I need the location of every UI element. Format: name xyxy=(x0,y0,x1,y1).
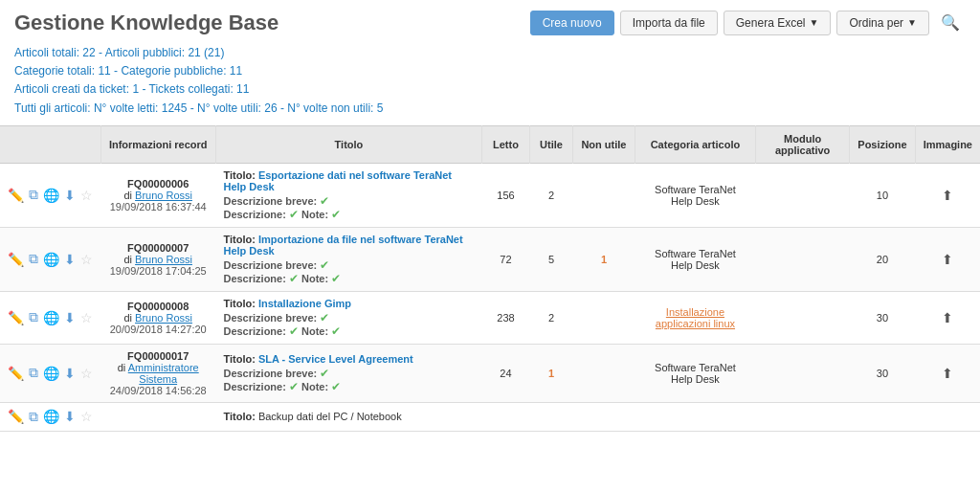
copy-icon[interactable]: ⧉ xyxy=(29,365,38,381)
immagine-cell: ⬆ xyxy=(915,163,980,227)
copy-icon[interactable]: ⧉ xyxy=(29,309,38,325)
record-info-cell: FQ00000006 di Bruno Rossi 19/09/2018 16:… xyxy=(100,163,215,227)
globe-icon[interactable]: 🌐 xyxy=(43,188,59,203)
immagine-cell: ⬆ xyxy=(915,344,980,402)
letto-cell: 72 xyxy=(481,227,529,291)
non-utile-cell xyxy=(572,344,635,402)
categoria-cell[interactable]: Installazione applicazioni linux xyxy=(635,291,755,344)
table-row: ✏️ ⧉ 🌐 ⬇ ☆ FQ00000008 di Bruno Rossi 20/… xyxy=(0,291,980,344)
ordina-per-button[interactable]: Ordina per ▼ xyxy=(836,11,929,35)
table-row: ✏️ ⧉ 🌐 ⬇ ☆ FQ00000017 di Amministratore … xyxy=(0,344,980,402)
upload-icon[interactable]: ⬆ xyxy=(942,310,953,325)
record-info-cell: FQ00000008 di Bruno Rossi 20/09/2018 14:… xyxy=(100,291,215,344)
title-main: Titolo: SLA - Service Level Agreement xyxy=(223,353,474,365)
author-link[interactable]: Amministratore Sistema xyxy=(128,362,199,385)
star-icon[interactable]: ☆ xyxy=(80,366,93,381)
globe-icon[interactable]: 🌐 xyxy=(43,252,59,267)
title-cell: Titolo: Installazione Gimp Descrizione b… xyxy=(215,291,481,344)
edit-icon[interactable]: ✏️ xyxy=(8,252,24,267)
posizione-cell: 20 xyxy=(850,227,915,291)
edit-icon[interactable]: ✏️ xyxy=(8,310,24,325)
chevron-down-icon: ▼ xyxy=(809,17,818,28)
title-label: Titolo: xyxy=(223,234,257,245)
copy-icon[interactable]: ⧉ xyxy=(29,409,38,425)
download-icon[interactable]: ⬇ xyxy=(64,366,76,381)
upload-icon[interactable]: ⬆ xyxy=(942,252,953,267)
categoria-link[interactable]: Installazione applicazioni linux xyxy=(656,306,735,329)
check-icon: ✔ xyxy=(320,311,329,324)
author-link[interactable]: Bruno Rossi xyxy=(135,254,192,265)
posizione-cell: 30 xyxy=(850,344,915,402)
col-categoria: Categoria articolo xyxy=(635,125,755,163)
table-row: ✏️ ⧉ 🌐 ⬇ ☆ FQ00000006 di Bruno Rossi 19/… xyxy=(0,163,980,227)
categoria-cell: Software TeraNet Help Desk xyxy=(635,227,755,291)
col-non-utile: Non utile xyxy=(572,125,635,163)
check-icon: ✔ xyxy=(331,272,341,285)
copy-icon[interactable]: ⧉ xyxy=(29,187,38,203)
check-icon: ✔ xyxy=(289,380,299,393)
stats-area: Articoli totali: 22 - Articoli pubblici:… xyxy=(0,40,980,125)
globe-icon[interactable]: 🌐 xyxy=(43,366,59,381)
col-info: Informazioni record xyxy=(100,125,215,163)
crea-nuovo-button[interactable]: Crea nuovo xyxy=(530,11,614,35)
record-author-line: di Amministratore Sistema xyxy=(108,362,208,385)
edit-icon[interactable]: ✏️ xyxy=(8,188,24,203)
non-utile-value: 1 xyxy=(601,254,607,265)
categoria-cell: Software TeraNet Help Desk xyxy=(635,163,755,227)
star-icon[interactable]: ☆ xyxy=(80,310,93,325)
edit-icon[interactable]: ✏️ xyxy=(8,366,24,381)
record-date: 19/09/2018 16:37:44 xyxy=(108,201,208,212)
upload-icon[interactable]: ⬆ xyxy=(942,188,953,203)
posizione-cell: 10 xyxy=(850,163,915,227)
page-title: Gestione Knowledge Base xyxy=(14,11,278,35)
row-actions: ✏️ ⧉ 🌐 ⬇ ☆ xyxy=(8,187,93,203)
record-info-cell: FQ00000017 di Amministratore Sistema 24/… xyxy=(100,344,215,402)
search-button[interactable]: 🔍 xyxy=(935,10,966,35)
row-actions: ✏️ ⧉ 🌐 ⬇ ☆ xyxy=(8,409,93,425)
stats-line4: Tutti gli articoli: N° volte letti: 1245… xyxy=(14,100,966,118)
star-icon[interactable]: ☆ xyxy=(80,409,93,424)
genera-excel-button[interactable]: Genera Excel ▼ xyxy=(724,11,832,35)
copy-icon[interactable]: ⧉ xyxy=(29,251,38,267)
edit-icon[interactable]: ✏️ xyxy=(8,409,24,424)
check-icon: ✔ xyxy=(289,272,299,285)
star-icon[interactable]: ☆ xyxy=(80,252,93,267)
check-icon: ✔ xyxy=(320,258,329,272)
title-cell: Titolo: Esportazione dati nel software T… xyxy=(215,163,481,227)
title-link[interactable]: Esportazione dati nel software TeraNet H… xyxy=(223,169,452,192)
record-author-line: di Bruno Rossi xyxy=(108,254,208,265)
table-header: Informazioni record Titolo Letto Utile N… xyxy=(0,125,980,163)
download-icon[interactable]: ⬇ xyxy=(64,188,76,203)
immagine-cell: ⬆ xyxy=(915,227,980,291)
non-utile-cell xyxy=(572,163,635,227)
desc-note-line: Descrizione: ✔ Note: ✔ xyxy=(223,208,474,221)
col-actions xyxy=(0,125,100,163)
stats-line3: Articoli creati da ticket: 1 - Tickets c… xyxy=(14,80,966,99)
col-modulo: Modulo applicativo xyxy=(755,125,849,163)
desc-note-line: Descrizione: ✔ Note: ✔ xyxy=(223,324,474,338)
record-date: 24/09/2018 14:56:28 xyxy=(108,385,208,396)
title-main: Titolo: Installazione Gimp xyxy=(223,298,474,309)
star-icon[interactable]: ☆ xyxy=(80,188,93,203)
download-icon[interactable]: ⬇ xyxy=(64,252,76,267)
globe-icon[interactable]: 🌐 xyxy=(43,409,59,424)
download-icon[interactable]: ⬇ xyxy=(64,409,76,424)
author-link[interactable]: Bruno Rossi xyxy=(135,190,192,201)
upload-icon[interactable]: ⬆ xyxy=(942,366,953,381)
title-link[interactable]: Importazione da file nel software TeraNe… xyxy=(223,234,462,257)
download-icon[interactable]: ⬇ xyxy=(64,310,76,325)
author-link[interactable]: Bruno Rossi xyxy=(135,312,192,324)
title-link[interactable]: SLA - Service Level Agreement xyxy=(258,353,413,365)
chevron-down-icon: ▼ xyxy=(907,17,917,28)
stats-line1: Articoli totali: 22 - Articoli pubblici:… xyxy=(14,44,966,62)
globe-icon[interactable]: 🌐 xyxy=(43,310,59,325)
record-id: FQ00000017 xyxy=(108,350,208,362)
title-label: Titolo: xyxy=(223,169,257,181)
importa-button[interactable]: Importa da file xyxy=(620,11,718,35)
col-letto: Letto xyxy=(481,125,529,163)
utile-value: 1 xyxy=(548,368,554,379)
title-link[interactable]: Installazione Gimp xyxy=(258,298,351,309)
desc-breve-line: Descrizione breve: ✔ xyxy=(223,367,474,380)
desc-breve-line: Descrizione breve: ✔ xyxy=(223,311,474,324)
modulo-cell xyxy=(755,227,849,291)
